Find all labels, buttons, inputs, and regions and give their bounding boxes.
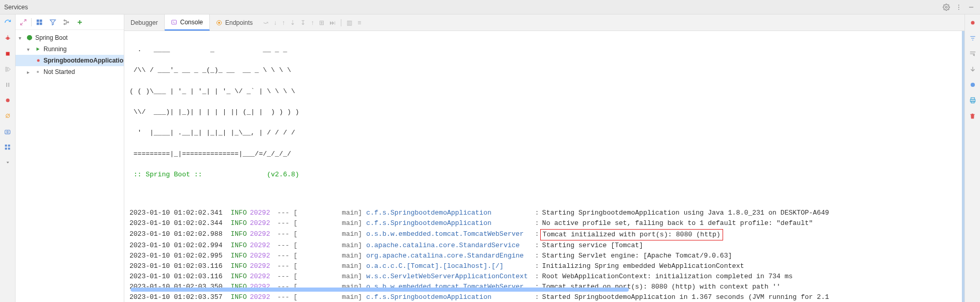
fast-forward-icon[interactable]: ⏭: [329, 19, 336, 26]
svg-point-43: [971, 21, 974, 25]
svg-rect-17: [5, 130, 10, 133]
banner-line: /\\ / ___'_ __ _ _(_)_ __ __ _ \ \ \ \: [129, 65, 957, 76]
soft-wrap-icon[interactable]: [968, 49, 977, 59]
more-icon[interactable]: [954, 3, 963, 12]
play-icon: [34, 47, 41, 52]
step-over-icon[interactable]: ⤻: [263, 19, 268, 26]
scrollbar-thumb[interactable]: [131, 288, 629, 292]
frames-icon[interactable]: ▥: [347, 19, 352, 26]
svg-rect-19: [5, 144, 7, 146]
filter-icon[interactable]: [47, 17, 59, 28]
step-out-icon[interactable]: ↑: [282, 19, 285, 26]
trash-icon[interactable]: [968, 111, 977, 121]
log-dash: ---: [273, 208, 293, 218]
resume-icon[interactable]: [3, 64, 12, 74]
tree-label: Spring Boot: [35, 34, 68, 41]
log-timestamp: 2023-01-10 01:02:02.994: [129, 240, 222, 251]
log-timestamp: 2023-01-10 01:02:02.344: [129, 218, 222, 229]
tree-node-app[interactable]: SpringbootdemoApplication: [16, 55, 124, 66]
settings-icon[interactable]: [942, 3, 951, 12]
svg-rect-13: [8, 83, 9, 87]
tab-debugger[interactable]: Debugger: [124, 14, 165, 31]
endpoints-icon: [216, 20, 222, 26]
breakpoint-icon[interactable]: [3, 95, 12, 105]
mute-bp-icon[interactable]: [3, 111, 12, 121]
log-msg: Initializing Spring embedded WebApplicat…: [542, 261, 744, 271]
tree-node-running[interactable]: ▾ Running: [16, 43, 124, 55]
svg-point-18: [7, 131, 8, 132]
tree-label: Running: [44, 46, 67, 53]
svg-point-14: [6, 99, 9, 102]
log-dash: ---: [273, 251, 293, 261]
panel-title: Services: [4, 4, 942, 11]
print-icon[interactable]: [968, 95, 977, 105]
log-dash: ---: [273, 261, 293, 271]
tree-toolbar: [16, 14, 124, 30]
log-msg-highlighted: Tomcat initialized with port(s): 8080 (h…: [540, 229, 723, 240]
svg-rect-10: [6, 67, 7, 71]
tab-console[interactable]: Console: [165, 14, 210, 31]
log-sep: :: [535, 261, 539, 271]
tree-label: Not Started: [44, 68, 75, 76]
stop-icon[interactable]: [3, 49, 12, 59]
tabs-row: Debugger Console Endpoints ⤻ ↓ ↑ ⇣ ↧ ↑ ⊞…: [124, 14, 964, 31]
log-pid: 20292: [250, 229, 270, 240]
horizontal-scrollbar[interactable]: [131, 288, 961, 293]
marker-blue-icon[interactable]: [968, 80, 977, 90]
tree-node-notstarted[interactable]: ▸ Not Started: [16, 66, 124, 78]
right-gutter: [964, 14, 980, 302]
leaf-icon: [26, 35, 33, 41]
svg-rect-22: [8, 147, 10, 149]
banner-line: . ____ _ __ _ _: [129, 44, 957, 55]
log-line: 2023-01-10 01:02:02.994 INFO20292 --- [ …: [129, 240, 957, 251]
tab-label: Endpoints: [225, 19, 253, 26]
log-pid: 20292: [250, 292, 270, 302]
svg-rect-20: [8, 144, 10, 146]
step-into-icon[interactable]: ↓: [273, 19, 277, 26]
pause-icon[interactable]: [3, 80, 12, 90]
layout-icon[interactable]: [3, 142, 12, 152]
log-dash: ---: [273, 229, 293, 240]
tree-node-springboot[interactable]: ▾ Spring Boot: [16, 32, 124, 43]
svg-rect-27: [40, 19, 42, 22]
grid-icon[interactable]: [34, 17, 45, 28]
svg-point-41: [218, 22, 220, 24]
svg-rect-21: [5, 147, 7, 149]
log-thread: [ main]: [293, 208, 366, 218]
tab-endpoints[interactable]: Endpoints: [210, 14, 259, 31]
log-thread: [ main]: [293, 229, 366, 240]
console-output[interactable]: . ____ _ __ _ _ /\\ / ___'_ __ _ _(_)_ _…: [124, 31, 964, 302]
log-level: INFO: [226, 229, 247, 240]
bug-red-icon[interactable]: [968, 18, 977, 28]
dot-icon: [34, 69, 41, 74]
rerun-icon[interactable]: [3, 18, 12, 28]
up-icon[interactable]: ↑: [311, 19, 314, 26]
log-msg: Started SpringbootdemoApplication in 1.3…: [542, 292, 829, 302]
camera-icon[interactable]: [3, 126, 12, 137]
svg-point-2: [958, 7, 959, 8]
tab-toolbar: ⤻ ↓ ↑ ⇣ ↧ ↑ ⊞ ⏭ ▥ ≡: [259, 14, 365, 31]
add-icon[interactable]: [74, 17, 85, 28]
bug-icon: [35, 57, 41, 64]
svg-marker-23: [6, 162, 9, 163]
expand-icon[interactable]: [18, 17, 29, 28]
svg-point-31: [64, 20, 65, 21]
log-timestamp: 2023-01-10 01:02:03.357: [129, 292, 222, 302]
log-level: INFO: [226, 218, 247, 229]
down-arrow-icon[interactable]: [3, 157, 12, 168]
list-icon[interactable]: ≡: [357, 19, 361, 26]
log-msg: Starting Servlet engine: [Apache Tomcat/…: [542, 251, 732, 261]
svg-point-33: [67, 21, 68, 22]
minimize-icon[interactable]: [967, 3, 976, 12]
step-force-icon[interactable]: ⇣: [290, 19, 295, 26]
tree-structure-icon[interactable]: [61, 17, 72, 28]
tree-body: ▾ Spring Boot ▾ Running SpringbootdemoAp…: [16, 30, 124, 302]
log-dash: ---: [273, 218, 293, 229]
filter-lines-icon[interactable]: [968, 33, 977, 43]
run-to-cursor-icon[interactable]: ↧: [300, 19, 306, 26]
debug-bug-icon[interactable]: [3, 33, 12, 43]
tree-label: SpringbootdemoApplication: [44, 57, 124, 64]
log-level: INFO: [226, 251, 247, 261]
evaluate-icon[interactable]: ⊞: [319, 19, 324, 26]
scroll-down-icon[interactable]: [968, 64, 977, 74]
